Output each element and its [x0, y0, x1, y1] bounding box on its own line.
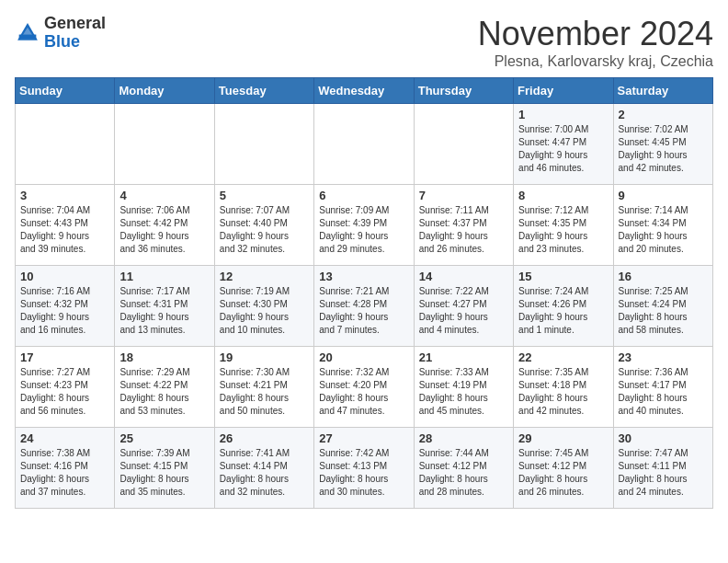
day-info: Sunrise: 7:11 AM Sunset: 4:37 PM Dayligh… [419, 204, 508, 256]
logo: General Blue [15, 15, 106, 52]
day-cell-4-6: 30Sunrise: 7:47 AM Sunset: 4:11 PM Dayli… [613, 428, 712, 509]
day-info: Sunrise: 7:02 AM Sunset: 4:45 PM Dayligh… [619, 123, 708, 175]
week-row-4: 17Sunrise: 7:27 AM Sunset: 4:23 PM Dayli… [16, 347, 713, 428]
title-area: November 2024 Plesna, Karlovarsky kraj, … [478, 15, 713, 70]
day-cell-1-5: 8Sunrise: 7:12 AM Sunset: 4:35 PM Daylig… [514, 185, 613, 266]
day-info: Sunrise: 7:00 AM Sunset: 4:47 PM Dayligh… [518, 123, 608, 175]
day-cell-3-5: 22Sunrise: 7:35 AM Sunset: 4:18 PM Dayli… [514, 347, 613, 428]
day-cell-4-0: 24Sunrise: 7:38 AM Sunset: 4:16 PM Dayli… [16, 428, 115, 509]
day-number: 4 [119, 189, 209, 202]
location-title: Plesna, Karlovarsky kraj, Czechia [478, 53, 713, 70]
day-number: 6 [319, 189, 408, 202]
day-number: 11 [119, 270, 209, 283]
col-friday: Friday [514, 78, 613, 104]
col-thursday: Thursday [414, 78, 513, 104]
day-cell-2-4: 14Sunrise: 7:22 AM Sunset: 4:27 PM Dayli… [414, 266, 513, 347]
day-cell-1-2: 5Sunrise: 7:07 AM Sunset: 4:40 PM Daylig… [214, 185, 313, 266]
days-of-week-row: Sunday Monday Tuesday Wednesday Thursday… [16, 78, 713, 104]
day-info: Sunrise: 7:32 AM Sunset: 4:20 PM Dayligh… [319, 366, 408, 418]
day-number: 7 [419, 189, 508, 202]
day-cell-0-1 [115, 104, 214, 185]
day-cell-0-3 [314, 104, 414, 185]
day-number: 15 [518, 270, 608, 283]
day-info: Sunrise: 7:44 AM Sunset: 4:12 PM Dayligh… [419, 447, 508, 499]
day-cell-2-6: 16Sunrise: 7:25 AM Sunset: 4:24 PM Dayli… [613, 266, 712, 347]
day-info: Sunrise: 7:22 AM Sunset: 4:27 PM Dayligh… [419, 285, 508, 337]
day-number: 28 [419, 431, 508, 445]
calendar-body: 1Sunrise: 7:00 AM Sunset: 4:47 PM Daylig… [16, 104, 713, 509]
day-info: Sunrise: 7:38 AM Sunset: 4:16 PM Dayligh… [20, 447, 109, 499]
day-cell-3-3: 20Sunrise: 7:32 AM Sunset: 4:20 PM Dayli… [314, 347, 414, 428]
day-cell-2-2: 12Sunrise: 7:19 AM Sunset: 4:30 PM Dayli… [214, 266, 313, 347]
day-info: Sunrise: 7:24 AM Sunset: 4:26 PM Dayligh… [518, 285, 608, 337]
day-info: Sunrise: 7:12 AM Sunset: 4:35 PM Dayligh… [518, 204, 608, 256]
day-number: 9 [619, 189, 708, 202]
day-cell-3-0: 17Sunrise: 7:27 AM Sunset: 4:23 PM Dayli… [16, 347, 115, 428]
day-info: Sunrise: 7:41 AM Sunset: 4:14 PM Dayligh… [220, 447, 309, 499]
day-number: 3 [20, 189, 109, 202]
day-info: Sunrise: 7:19 AM Sunset: 4:30 PM Dayligh… [220, 285, 309, 337]
day-number: 1 [518, 108, 608, 121]
week-row-2: 3Sunrise: 7:04 AM Sunset: 4:43 PM Daylig… [16, 185, 713, 266]
day-cell-2-0: 10Sunrise: 7:16 AM Sunset: 4:32 PM Dayli… [16, 266, 115, 347]
day-number: 10 [20, 270, 109, 283]
day-number: 18 [119, 350, 209, 364]
day-cell-2-5: 15Sunrise: 7:24 AM Sunset: 4:26 PM Dayli… [514, 266, 613, 347]
week-row-5: 24Sunrise: 7:38 AM Sunset: 4:16 PM Dayli… [16, 428, 713, 509]
day-cell-4-1: 25Sunrise: 7:39 AM Sunset: 4:15 PM Dayli… [115, 428, 214, 509]
day-number: 16 [619, 270, 708, 283]
col-wednesday: Wednesday [314, 78, 414, 104]
day-info: Sunrise: 7:30 AM Sunset: 4:21 PM Dayligh… [220, 366, 309, 418]
day-number: 26 [220, 431, 309, 445]
day-info: Sunrise: 7:07 AM Sunset: 4:40 PM Dayligh… [220, 204, 309, 256]
day-cell-4-4: 28Sunrise: 7:44 AM Sunset: 4:12 PM Dayli… [414, 428, 513, 509]
col-monday: Monday [115, 78, 214, 104]
day-number: 30 [619, 431, 708, 445]
col-saturday: Saturday [613, 78, 712, 104]
day-number: 17 [20, 350, 109, 364]
day-info: Sunrise: 7:16 AM Sunset: 4:32 PM Dayligh… [20, 285, 109, 337]
day-cell-0-5: 1Sunrise: 7:00 AM Sunset: 4:47 PM Daylig… [514, 104, 613, 185]
day-cell-1-3: 6Sunrise: 7:09 AM Sunset: 4:39 PM Daylig… [314, 185, 414, 266]
day-number: 20 [319, 350, 408, 364]
logo-text: General Blue [44, 15, 106, 52]
day-number: 5 [220, 189, 309, 202]
logo-blue: Blue [44, 32, 80, 51]
day-info: Sunrise: 7:42 AM Sunset: 4:13 PM Dayligh… [319, 447, 408, 499]
day-number: 27 [319, 431, 408, 445]
day-number: 29 [518, 431, 608, 445]
day-cell-0-2 [214, 104, 313, 185]
day-cell-2-3: 13Sunrise: 7:21 AM Sunset: 4:28 PM Dayli… [314, 266, 414, 347]
day-cell-1-4: 7Sunrise: 7:11 AM Sunset: 4:37 PM Daylig… [414, 185, 513, 266]
svg-rect-2 [19, 34, 37, 39]
header: General Blue November 2024 Plesna, Karlo… [15, 15, 713, 70]
day-cell-0-6: 2Sunrise: 7:02 AM Sunset: 4:45 PM Daylig… [613, 104, 712, 185]
day-number: 24 [20, 431, 109, 445]
day-cell-1-6: 9Sunrise: 7:14 AM Sunset: 4:34 PM Daylig… [613, 185, 712, 266]
day-number: 22 [518, 350, 608, 364]
day-cell-0-0 [16, 104, 115, 185]
day-info: Sunrise: 7:29 AM Sunset: 4:22 PM Dayligh… [119, 366, 209, 418]
day-cell-1-1: 4Sunrise: 7:06 AM Sunset: 4:42 PM Daylig… [115, 185, 214, 266]
day-number: 25 [119, 431, 209, 445]
day-cell-3-6: 23Sunrise: 7:36 AM Sunset: 4:17 PM Dayli… [613, 347, 712, 428]
calendar-header: Sunday Monday Tuesday Wednesday Thursday… [16, 78, 713, 104]
day-info: Sunrise: 7:25 AM Sunset: 4:24 PM Dayligh… [619, 285, 708, 337]
day-info: Sunrise: 7:45 AM Sunset: 4:12 PM Dayligh… [518, 447, 608, 499]
month-title: November 2024 [478, 15, 713, 53]
day-number: 23 [619, 350, 708, 364]
day-number: 8 [518, 189, 608, 202]
day-cell-3-4: 21Sunrise: 7:33 AM Sunset: 4:19 PM Dayli… [414, 347, 513, 428]
logo-general: General [44, 14, 106, 32]
day-number: 19 [220, 350, 309, 364]
day-info: Sunrise: 7:06 AM Sunset: 4:42 PM Dayligh… [119, 204, 209, 256]
day-info: Sunrise: 7:35 AM Sunset: 4:18 PM Dayligh… [518, 366, 608, 418]
day-number: 21 [419, 350, 508, 364]
logo-icon [15, 20, 40, 46]
col-tuesday: Tuesday [214, 78, 313, 104]
day-cell-4-5: 29Sunrise: 7:45 AM Sunset: 4:12 PM Dayli… [514, 428, 613, 509]
day-info: Sunrise: 7:21 AM Sunset: 4:28 PM Dayligh… [319, 285, 408, 337]
day-info: Sunrise: 7:14 AM Sunset: 4:34 PM Dayligh… [619, 204, 708, 256]
day-info: Sunrise: 7:47 AM Sunset: 4:11 PM Dayligh… [619, 447, 708, 499]
day-cell-1-0: 3Sunrise: 7:04 AM Sunset: 4:43 PM Daylig… [16, 185, 115, 266]
